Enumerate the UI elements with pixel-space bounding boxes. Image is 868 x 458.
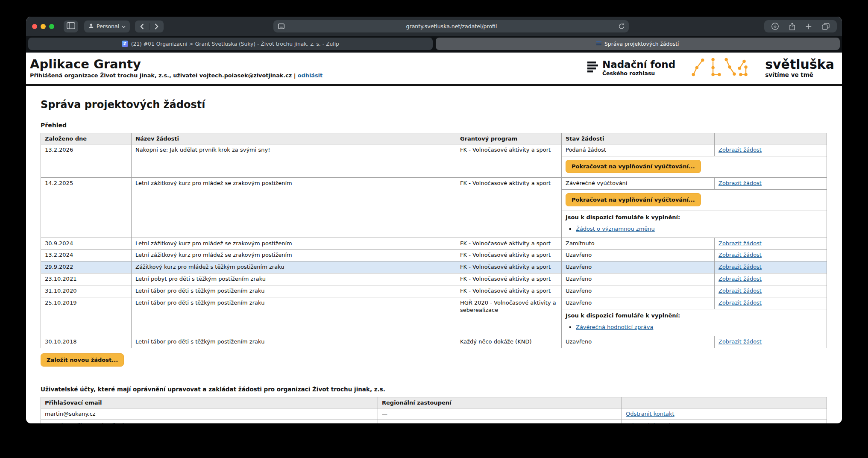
application-actions-cell: Zobrazit žádost — [715, 336, 827, 348]
form-link[interactable]: Žádost o významnou změnu — [576, 226, 655, 232]
page-settings-icon[interactable] — [278, 23, 284, 29]
continue-settlement-button[interactable]: Pokračovat na vyplňování vyúčtování... — [566, 193, 701, 206]
application-row[interactable]: 25.10.2019Letní tábor pro děti s těžkým … — [41, 297, 827, 309]
close-window-button[interactable] — [32, 24, 37, 29]
application-name: Letní zážitkový kurz pro mládež se zrako… — [132, 238, 456, 250]
partner-logos: Nadační fond Českého rozhlasu — [587, 56, 834, 80]
application-row[interactable]: 14.2.2025Letní zážitkový kurz pro mládež… — [41, 177, 827, 189]
tab-granty[interactable]: Správa projektových žádostí — [436, 38, 840, 50]
application-program: Každý něco dokáže (KND) — [456, 336, 562, 348]
button-cell: Pokračovat na vyplňování vyúčtování... — [562, 156, 827, 177]
view-application-link[interactable]: Zobrazit žádost — [718, 252, 762, 258]
new-application-button[interactable]: Založit novou žádost... — [41, 353, 124, 367]
minimize-window-button[interactable] — [41, 24, 46, 29]
granty-favicon-icon — [596, 41, 601, 47]
application-status: Uzavřeno — [562, 261, 715, 273]
browser-window: Personal granty.svetluska.net/zadatel/pr… — [26, 17, 842, 423]
remove-contact-link[interactable]: Odstranit kontakt — [626, 411, 674, 417]
forward-button[interactable] — [150, 21, 164, 32]
user-email: petra.benedikova@zivotjinak.cz — [41, 420, 378, 423]
users-heading: Uživatelské účty, které mají oprávnění u… — [41, 386, 827, 393]
downloads-icon[interactable] — [771, 23, 779, 30]
application-row[interactable]: 13.2.2026Nakopni se: Jak udělat prvník k… — [41, 144, 827, 156]
view-application-link[interactable]: Zobrazit žádost — [718, 147, 762, 153]
address-bar[interactable]: granty.svetluska.net/zadatel/profil — [273, 20, 629, 32]
forms-list: Žádost o významnou změnu — [576, 226, 823, 233]
remove-contact-link[interactable]: Odstranit kontakt — [626, 422, 674, 423]
sidebar-icon — [67, 22, 75, 30]
browser-toolbar: Personal granty.svetluska.net/zadatel/pr… — [26, 17, 842, 36]
view-application-link[interactable]: Zobrazit žádost — [718, 264, 762, 270]
application-status: Uzavřeno — [562, 273, 715, 285]
application-status: Uzavřeno — [562, 285, 715, 297]
application-status: Uzavřeno — [562, 297, 715, 309]
view-application-link[interactable]: Zobrazit žádost — [718, 276, 762, 282]
column-header: Regionální zastoupení — [378, 397, 622, 408]
application-name: Letní zážitkový kurz pro mládež se zrako… — [132, 177, 456, 238]
column-header: Grantový program — [456, 133, 562, 144]
column-header: Založeno dne — [41, 133, 132, 144]
ceskeho-rozhlasu-label: Českého rozhlasu — [602, 70, 675, 76]
user-actions-cell: Odstranit kontakt — [622, 408, 827, 420]
view-application-link[interactable]: Zobrazit žádost — [718, 180, 762, 186]
forms-cell: Jsou k dispozici fomuláře k vyplnění:Záv… — [562, 309, 827, 336]
column-header: Stav žádosti — [562, 133, 715, 144]
new-tab-icon[interactable] — [806, 23, 812, 29]
column-header — [715, 133, 827, 144]
application-actions-cell: Zobrazit žádost — [715, 177, 827, 189]
application-date: 25.10.2019 — [41, 297, 132, 336]
back-button[interactable] — [135, 21, 149, 32]
reload-icon[interactable] — [619, 23, 625, 29]
site-header-text: Aplikace Granty Přihlášená organizace Ži… — [30, 57, 323, 78]
application-row[interactable]: 13.2.2024Letní zážitkový kurz pro mládež… — [41, 250, 827, 261]
view-application-link[interactable]: Zobrazit žádost — [718, 240, 762, 247]
users-table-header: Přihlašovací emailRegionální zastoupení — [41, 397, 827, 408]
sidebar-toggle-button[interactable] — [64, 21, 78, 32]
application-name: Letní tábor pro děti s těžkým postižením… — [132, 297, 456, 336]
share-icon[interactable] — [789, 23, 795, 30]
form-link[interactable]: Závěrečná hodnotící zpráva — [576, 324, 653, 330]
view-application-link[interactable]: Zobrazit žádost — [718, 338, 762, 345]
url-text: granty.svetluska.net/zadatel/profil — [284, 23, 619, 29]
application-row[interactable]: 29.9.2022Zážitkový kurz pro mládež s těž… — [41, 261, 827, 273]
tab-zulip[interactable]: Z (21) #01 Organizacni > Grant Svetluska… — [28, 38, 433, 50]
application-row[interactable]: 23.10.2021Letní pobyt pro děti s těžkým … — [41, 273, 827, 285]
logout-link[interactable]: odhlásit — [298, 72, 323, 79]
application-date: 23.10.2021 — [41, 273, 132, 285]
column-header: Název žádosti — [132, 133, 456, 144]
view-application-link[interactable]: Zobrazit žádost — [718, 299, 762, 306]
application-row[interactable]: 30.10.2018Letní tábor pro děti s těžkým … — [41, 336, 827, 348]
page-title: Správa projektových žádostí — [41, 99, 827, 111]
navigation-buttons — [135, 21, 164, 32]
svetluska-label: světluška — [765, 58, 834, 71]
application-name: Zážitkový kurz pro mládež s těžkým posti… — [132, 261, 456, 273]
user-row: martin@sukany.cz—Odstranit kontakt — [41, 408, 827, 420]
continue-settlement-button[interactable]: Pokračovat na vyplňování vyúčtování... — [566, 160, 701, 173]
application-name: Letní pobyt pro děti s těžkým postižením… — [132, 273, 456, 285]
view-application-link[interactable]: Zobrazit žádost — [718, 288, 762, 294]
application-program: FK - Volnočasové aktivity a sport — [456, 261, 562, 273]
toolbar-actions — [764, 20, 837, 32]
application-status: Zamítnuto — [562, 238, 715, 250]
application-program: FK - Volnočasové aktivity a sport — [456, 177, 562, 238]
svetluska-constellation-icon — [688, 56, 752, 80]
zoom-window-button[interactable] — [49, 24, 54, 29]
svetluska-tagline: svítíme ve tmě — [765, 71, 834, 78]
button-cell: Pokračovat na vyplňování vyúčtování... — [562, 189, 827, 211]
application-status: Uzavřeno — [562, 250, 715, 261]
tab-title: Správa projektových žádostí — [604, 41, 679, 47]
application-row[interactable]: 30.9.2024Letní zážitkový kurz pro mládež… — [41, 238, 827, 250]
application-date: 30.9.2024 — [41, 238, 132, 250]
forms-list-item: Žádost o významnou změnu — [576, 226, 823, 233]
cesky-rozhlas-bars-icon — [587, 60, 599, 76]
application-program: FK - Volnočasové aktivity a sport — [456, 238, 562, 250]
profile-switcher[interactable]: Personal — [84, 21, 130, 32]
tab-overview-icon[interactable] — [822, 23, 830, 30]
app-title: Aplikace Granty — [30, 57, 323, 71]
applications-table: Založeno dneNázev žádostiGrantový progra… — [41, 133, 827, 348]
application-name: Letní zážitkový kurz pro mládež se zrako… — [132, 250, 456, 261]
application-row[interactable]: 31.10.2020Letní tábor pro děti s těžkým … — [41, 285, 827, 297]
application-actions-cell: Zobrazit žádost — [715, 238, 827, 250]
user-region: — — [378, 420, 622, 423]
tab-bar: Z (21) #01 Organizacni > Grant Svetluska… — [26, 36, 842, 53]
